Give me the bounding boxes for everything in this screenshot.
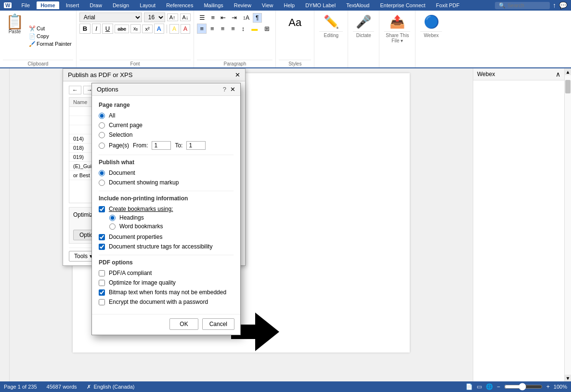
- document-radio[interactable]: [99, 170, 105, 176]
- headings-radio-row[interactable]: Headings: [109, 214, 234, 221]
- sort-button[interactable]: ↕A: [240, 13, 252, 23]
- italic-button[interactable]: I: [92, 24, 101, 34]
- pages-radio[interactable]: [99, 143, 105, 149]
- selection-radio[interactable]: [99, 132, 105, 138]
- bullets-button[interactable]: ☰: [197, 13, 208, 23]
- current-page-radio[interactable]: [99, 122, 105, 129]
- search-input[interactable]: [507, 2, 546, 8]
- webex-icon: 🔵: [422, 13, 441, 31]
- show-hide-button[interactable]: ¶: [253, 13, 261, 23]
- copy-button[interactable]: 📄 Copy: [27, 33, 73, 40]
- shrink-font-button[interactable]: A↓: [180, 13, 191, 21]
- mailings-menu[interactable]: Mailings: [200, 1, 227, 9]
- doc-properties-checkbox[interactable]: [99, 234, 105, 240]
- image-quality-row[interactable]: Optimize for image quality: [99, 279, 234, 286]
- line-spacing-button[interactable]: ↕: [239, 24, 248, 34]
- word-bookmarks-radio-row[interactable]: Word bookmarks: [109, 223, 234, 230]
- document-markup-radio[interactable]: [99, 180, 105, 186]
- scroll-down-button[interactable]: ▼: [565, 375, 571, 381]
- publish-pdf-title: Publish as PDF or XPS: [68, 71, 132, 78]
- options-close-button[interactable]: ✕: [230, 86, 235, 93]
- font-select[interactable]: Arial: [79, 13, 142, 22]
- scrollbar-track[interactable]: [565, 75, 571, 375]
- enterprise-menu[interactable]: Enterprise Connect: [376, 1, 429, 9]
- create-bookmarks-checkbox[interactable]: [99, 206, 105, 212]
- format-painter-button[interactable]: 🖌️ Format Painter: [27, 40, 73, 48]
- reading-view-button[interactable]: 📄: [466, 383, 473, 390]
- textaloud-menu[interactable]: TextAloud: [342, 1, 373, 9]
- home-menu[interactable]: Home: [37, 1, 59, 9]
- references-menu[interactable]: References: [162, 1, 197, 9]
- cancel-options-button[interactable]: Cancel: [202, 318, 234, 330]
- highlight-button[interactable]: A: [169, 24, 179, 34]
- numbering-button[interactable]: ≡: [208, 13, 217, 23]
- paste-button[interactable]: 📋 Paste: [3, 13, 26, 60]
- help-menu[interactable]: Help: [280, 1, 299, 9]
- grow-font-button[interactable]: A↑: [167, 13, 178, 21]
- doc-structure-checkbox[interactable]: [99, 244, 105, 250]
- justify-button[interactable]: ≡: [228, 24, 238, 34]
- shading-button[interactable]: ▬: [248, 24, 260, 34]
- text-effects-button[interactable]: A: [154, 24, 164, 34]
- align-right-button[interactable]: ≡: [218, 24, 228, 34]
- strikethrough-button[interactable]: abc: [115, 25, 129, 33]
- ok-button[interactable]: OK: [169, 318, 198, 330]
- headings-radio[interactable]: [109, 215, 116, 221]
- file-menu[interactable]: File: [17, 1, 34, 9]
- from-input[interactable]: [152, 141, 171, 150]
- bold-button[interactable]: B: [79, 24, 91, 34]
- encrypt-row[interactable]: Encrypt the document with a password: [99, 299, 234, 305]
- pdfa-row[interactable]: PDF/A compliant: [99, 270, 234, 276]
- publish-pdf-close-button[interactable]: ✕: [235, 71, 240, 78]
- share-file-group: 📤 Share ThisFile ▾: [379, 11, 415, 67]
- zoom-in-button[interactable]: +: [546, 383, 550, 390]
- doc-structure-row[interactable]: Document structure tags for accessibilit…: [99, 243, 234, 250]
- draw-menu[interactable]: Draw: [86, 1, 106, 9]
- dymo-menu[interactable]: DYMO Label: [301, 1, 339, 9]
- align-left-button[interactable]: ≡: [197, 24, 207, 34]
- indent-increase-button[interactable]: ⇥: [229, 13, 239, 23]
- zoom-slider[interactable]: [504, 383, 543, 391]
- file-back-button[interactable]: ←: [69, 86, 81, 94]
- scroll-up-button[interactable]: ▲: [565, 68, 571, 75]
- design-menu[interactable]: Design: [109, 1, 133, 9]
- options-help-button[interactable]: ?: [223, 86, 226, 93]
- current-page-radio-row[interactable]: Current page: [99, 122, 234, 129]
- document-markup-radio-row[interactable]: Document showing markup: [99, 179, 234, 186]
- page-count: Page 1 of 235: [4, 384, 37, 390]
- to-input[interactable]: [186, 141, 206, 150]
- zoom-out-button[interactable]: −: [497, 383, 500, 390]
- align-center-button[interactable]: ≡: [208, 24, 217, 34]
- scrollbar-thumb[interactable]: [565, 80, 571, 93]
- all-radio-row[interactable]: All: [99, 112, 234, 119]
- word-bookmarks-radio[interactable]: [109, 223, 116, 230]
- review-menu[interactable]: Review: [230, 1, 255, 9]
- print-layout-button[interactable]: ▭: [477, 383, 482, 390]
- create-bookmarks-row[interactable]: Create bookmarks using:: [99, 206, 234, 212]
- encrypt-checkbox[interactable]: [99, 299, 105, 305]
- pdfa-checkbox[interactable]: [99, 270, 105, 276]
- bitmap-checkbox[interactable]: [99, 289, 105, 296]
- superscript-button[interactable]: x²: [142, 25, 152, 33]
- web-layout-button[interactable]: 🌐: [486, 383, 493, 390]
- foxit-menu[interactable]: Foxit PDF: [432, 1, 464, 9]
- font-color-button[interactable]: A: [181, 24, 190, 34]
- image-quality-checkbox[interactable]: [99, 280, 105, 286]
- comment-icon[interactable]: 💬: [559, 1, 567, 9]
- webex-collapse-button[interactable]: ∧: [556, 70, 560, 78]
- view-menu[interactable]: View: [258, 1, 277, 9]
- font-size-select[interactable]: 16: [144, 13, 165, 22]
- share-icon[interactable]: ↑: [553, 1, 556, 9]
- bitmap-row[interactable]: Bitmap text when fonts may not be embedd…: [99, 289, 234, 296]
- selection-radio-row[interactable]: Selection: [99, 131, 234, 138]
- subscript-button[interactable]: x₂: [130, 24, 141, 33]
- document-radio-row[interactable]: Document: [99, 170, 234, 176]
- cut-button[interactable]: ✂️ Cut: [27, 25, 73, 32]
- underline-button[interactable]: U: [102, 24, 113, 34]
- indent-decrease-button[interactable]: ⇤: [218, 13, 228, 23]
- all-radio[interactable]: [99, 113, 105, 119]
- layout-menu[interactable]: Layout: [136, 1, 159, 9]
- insert-menu[interactable]: Insert: [62, 1, 83, 9]
- doc-properties-row[interactable]: Document properties: [99, 234, 234, 240]
- borders-button[interactable]: ⊞: [261, 24, 273, 34]
